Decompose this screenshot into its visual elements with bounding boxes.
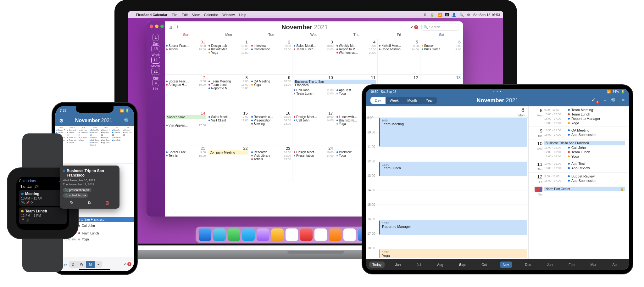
event-row[interactable]: Call John14:00: [294, 119, 333, 122]
calendar-cell[interactable]: 14Soccer gameVisit Apples…17:00: [165, 110, 207, 146]
day-event-block[interactable]: 9:00Team Meeting: [379, 118, 527, 147]
segment-m[interactable]: M: [86, 261, 95, 268]
agenda-event-row[interactable]: 16:00 - 17:00App Review: [544, 166, 625, 170]
calendar-cell[interactable]: 5Kickoff Mee…9:00Code session14:00: [378, 39, 420, 75]
dock-tips[interactable]: [271, 228, 284, 241]
iphone-settings-icon[interactable]: ⚙: [59, 118, 64, 124]
event-row[interactable]: Visit Apples…17:00: [166, 124, 206, 127]
segment-week[interactable]: Week: [386, 97, 403, 104]
calendar-cell[interactable]: 9QA Meeting10:30Yoga18:00: [250, 75, 292, 110]
month-scrubber-item[interactable]: Jun: [392, 262, 404, 268]
menu-calendar[interactable]: Calendar: [204, 13, 218, 17]
fullscreen-button[interactable]: [160, 25, 164, 28]
calendar-cell[interactable]: 3Sales Meeti…10:00Team Lunch12:00: [292, 39, 335, 75]
menu-view[interactable]: View: [192, 13, 200, 17]
month-scrubber-item[interactable]: Jul: [414, 262, 424, 268]
mini-cell[interactable]: App Rev: [101, 142, 111, 144]
agenda-allday-event[interactable]: Business Trip to San Francisco: [544, 141, 625, 145]
menubar-spotlight-icon[interactable]: 🔍: [459, 13, 464, 17]
event-row[interactable]: Tennis15:00: [166, 48, 206, 51]
agenda-allday-event[interactable]: North Port Center 🔒: [544, 187, 625, 191]
mini-cell[interactable]: App Test: [101, 139, 111, 141]
mini-cell[interactable]: [123, 139, 133, 141]
calendar-cell[interactable]: 17Design Meet…10:00Call John14:00: [292, 110, 335, 146]
reminders-icon[interactable]: ✓2: [410, 25, 418, 29]
event-row[interactable]: Design Lab10:00: [208, 44, 248, 48]
month-scrubber-item[interactable]: Sep: [456, 262, 469, 268]
mini-cell[interactable]: Design L: [67, 129, 77, 131]
event-row[interactable]: Report to M…16:00: [208, 87, 248, 90]
mini-cell[interactable]: Soccer P: [56, 129, 66, 131]
close-button[interactable]: [150, 25, 153, 28]
sidebar-view-month[interactable]: 11Month: [151, 57, 160, 68]
event-row[interactable]: Team Lunch13:00: [208, 83, 248, 87]
sidebar-view-day[interactable]: 1Day: [151, 34, 160, 45]
dock-mail[interactable]: [242, 228, 255, 241]
mini-cell[interactable]: Interview: [78, 129, 89, 131]
mini-cell[interactable]: Conferen: [78, 132, 89, 133]
agenda-event-row[interactable]: 18:00 - 19:00Yoga: [544, 121, 625, 125]
agenda-day-row[interactable]: 9Tue10:30 - 11:30QA Meeting16:00 - 17:00…: [529, 127, 629, 139]
month-scrubber-item[interactable]: Nov: [500, 262, 512, 268]
menubar-control-center-icon[interactable]: ⚙: [467, 13, 470, 17]
mini-cell[interactable]: Sat: [123, 127, 133, 128]
event-row[interactable]: Team Lunch12:00: [294, 92, 333, 95]
mini-cell[interactable]: Call John: [89, 139, 100, 141]
sidebar-view-list[interactable]: ≡List: [151, 79, 160, 91]
calendar-cell[interactable]: 21Soccer Prac…9:00Tennis15:00: [165, 145, 207, 181]
mini-cell[interactable]: Bulls Ga: [123, 132, 133, 133]
agenda-event-row[interactable]: 18:00 - 19:00Yoga: [544, 154, 625, 159]
month-scrubber-item[interactable]: Mar: [587, 262, 600, 268]
event-row[interactable]: Kickoff Mee…9:00: [379, 44, 419, 48]
event-row[interactable]: Design Meet…10:00: [294, 115, 333, 119]
dock-podcasts[interactable]: [257, 228, 269, 241]
mini-cell[interactable]: Soccer: [123, 129, 133, 131]
calendar-cell[interactable]: 23Research10:00Visit Library14:00Tennis1…: [250, 145, 292, 181]
mini-cell[interactable]: Sales Me: [89, 129, 100, 131]
menu-help[interactable]: Help: [239, 13, 246, 17]
menubar-clock[interactable]: Sat Sep 18 16:53: [473, 13, 500, 17]
event-row[interactable]: Visit Library14:00: [251, 154, 291, 157]
allday-event[interactable]: Soccer game: [166, 115, 206, 119]
agenda-event-row[interactable]: 10:30 - 11:30QA Meeting: [544, 128, 625, 132]
event-row[interactable]: Code session14:00: [379, 48, 419, 51]
event-row[interactable]: QA Meeting10:30: [251, 80, 291, 83]
agenda-event-row[interactable]: 9:00 - 10:00Budget Review: [544, 174, 625, 178]
event-row[interactable]: Visit Client11:00: [208, 119, 248, 122]
agenda-event-row[interactable]: 9:00 - 11:00Team Meeting: [544, 108, 625, 112]
agenda-event-row[interactable]: 10:00 - 11:00App Test: [544, 161, 625, 166]
mini-cell[interactable]: QA Meet: [78, 137, 89, 138]
mini-cell[interactable]: [112, 144, 122, 146]
agenda-day-row[interactable]: 13SatNorth Port Center 🔒: [529, 185, 629, 198]
agenda-day-row[interactable]: 10WedBusiness Trip to San Francisco11:00…: [529, 139, 629, 160]
menubar-app-name[interactable]: FirstSeed Calendar: [136, 13, 167, 17]
view-segmented-control[interactable]: Day Week Month Year: [370, 97, 437, 104]
iphone-view-segments[interactable]: D W M ≡: [69, 261, 102, 268]
watch-app-title[interactable]: Calendars: [19, 179, 36, 183]
mini-cell[interactable]: 9: [78, 134, 89, 136]
event-row[interactable]: Yoga18:00: [251, 83, 291, 87]
mini-cell[interactable]: 12: [112, 134, 122, 136]
segment-month[interactable]: Month: [403, 97, 421, 104]
calendar-cell[interactable]: 22Company Meeting: [207, 145, 250, 181]
mini-cell[interactable]: Code se: [112, 132, 122, 133]
mini-cell[interactable]: [78, 144, 89, 146]
mini-cell[interactable]: Work X: [89, 144, 100, 146]
month-scrubber-item[interactable]: Feb: [565, 262, 578, 268]
event-row[interactable]: Sales Meeti…9:00: [208, 115, 248, 119]
segment-day[interactable]: Day: [370, 97, 386, 104]
iphone-search-icon[interactable]: 🔍: [124, 118, 130, 124]
minimize-button[interactable]: [155, 25, 158, 28]
month-scrubber-item[interactable]: Dec: [522, 262, 534, 268]
mini-cell[interactable]: Business Trip to San: [89, 137, 100, 138]
mini-cell[interactable]: Tue: [78, 127, 89, 128]
event-row[interactable]: Bowling18:00: [251, 122, 291, 126]
mini-cell[interactable]: [112, 142, 122, 144]
mini-cell[interactable]: North Port: [112, 137, 122, 138]
event-row[interactable]: Soccer Prac…9:00: [166, 44, 206, 48]
event-row[interactable]: Interview9:30: [251, 44, 291, 48]
mini-cell[interactable]: Budget I: [101, 137, 111, 138]
mini-cell[interactable]: Tennis: [56, 132, 66, 133]
sidebar-view-week[interactable]: 45Week: [151, 45, 160, 57]
agenda-event-row[interactable]: 16:00 - 17:00App Submission: [544, 178, 625, 183]
